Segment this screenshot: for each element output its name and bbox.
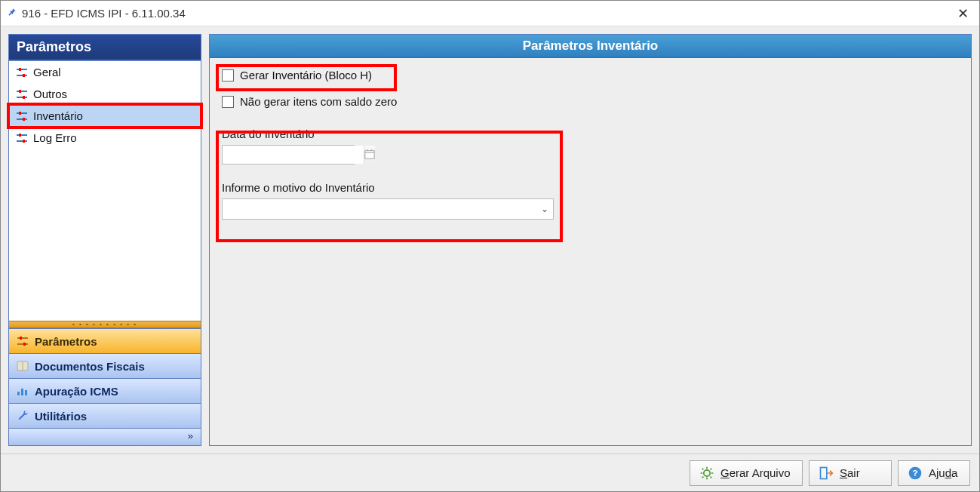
sidebar-items: Geral Outros Inventário — [9, 61, 201, 321]
date-input[interactable] — [223, 146, 364, 164]
svg-rect-13 — [19, 134, 21, 137]
generate-file-button[interactable]: Gerar Arquivo — [690, 460, 803, 486]
accordion-documentos[interactable]: Documentos Fiscais — [9, 354, 201, 379]
checkbox-gerar-inventario[interactable] — [222, 69, 234, 81]
window-title: 916 - EFD ICMS IPI - 6.11.00.34 — [22, 7, 186, 20]
sidebar-item-geral[interactable]: Geral — [9, 61, 201, 83]
button-label-text: Gerar Arquivo — [720, 466, 791, 479]
accordion-apuracao[interactable]: Apuração ICMS — [9, 379, 201, 404]
svg-rect-22 — [17, 392, 20, 395]
group-motivo-inventario: Informe o motivo do Inventário ⌄ — [222, 181, 959, 220]
content-panel: Parâmetros Inventário Gerar Inventário (… — [209, 34, 972, 446]
reason-label: Informe o motivo do Inventário — [222, 181, 959, 194]
date-input-wrapper — [222, 145, 355, 165]
button-label: Gerar Arquivo — [720, 466, 791, 479]
accordion: Parâmetros Documentos Fiscais Apuração I… — [9, 328, 201, 445]
accordion-label: Utilitários — [35, 410, 87, 423]
svg-rect-30 — [821, 467, 827, 478]
svg-rect-19 — [23, 343, 26, 346]
accordion-expand-button[interactable]: » — [9, 429, 201, 445]
book-icon — [15, 359, 30, 373]
client-area: Parâmetros Geral Outros — [1, 26, 979, 491]
svg-rect-3 — [23, 74, 25, 77]
sliders-icon — [15, 132, 29, 144]
help-button[interactable]: ? Ajuda — [898, 460, 970, 486]
chevron-down-icon: ⌄ — [541, 204, 548, 214]
titlebar: 916 - EFD ICMS IPI - 6.11.00.34 ✕ — [1, 1, 979, 26]
calendar-icon[interactable] — [364, 146, 375, 164]
gear-icon — [699, 466, 714, 481]
button-label: Sair — [840, 466, 860, 479]
svg-rect-24 — [25, 390, 27, 395]
sliders-icon — [15, 110, 29, 122]
svg-rect-17 — [20, 337, 22, 340]
sliders-icon — [15, 88, 29, 100]
checkbox-label: Gerar Inventário (Bloco H) — [240, 69, 372, 81]
exit-icon — [819, 466, 834, 481]
checkbox-label: Não gerar itens com saldo zero — [240, 95, 397, 108]
accordion-utilitarios[interactable]: Utilitários — [9, 404, 201, 429]
svg-rect-7 — [23, 96, 25, 99]
sliders-icon — [15, 334, 30, 348]
accordion-label: Documentos Fiscais — [35, 360, 145, 373]
help-icon: ? — [908, 466, 923, 481]
svg-rect-15 — [23, 140, 25, 143]
sidebar-item-label: Inventário — [33, 109, 83, 122]
svg-rect-11 — [23, 118, 25, 121]
close-icon[interactable]: ✕ — [953, 5, 973, 22]
sidebar-item-outros[interactable]: Outros — [9, 83, 201, 105]
footer: Gerar Arquivo Sair ? Ajuda — [1, 454, 979, 491]
sidebar-item-label: Log Erro — [33, 131, 77, 144]
sliders-icon — [15, 66, 29, 78]
svg-rect-5 — [19, 90, 21, 93]
svg-rect-9 — [19, 112, 21, 115]
main-area: Parâmetros Geral Outros — [1, 26, 979, 454]
button-label: Ajuda — [929, 466, 957, 479]
svg-rect-25 — [365, 151, 374, 159]
svg-text:?: ? — [912, 468, 917, 478]
sidebar: Parâmetros Geral Outros — [8, 34, 201, 446]
checkbox-nao-gerar-saldo-zero[interactable] — [222, 96, 234, 108]
content-body: Gerar Inventário (Bloco H) Não gerar ite… — [210, 58, 971, 247]
accordion-label: Parâmetros — [35, 335, 97, 348]
svg-point-29 — [704, 469, 710, 475]
date-label: Data do Inventário — [222, 128, 959, 140]
sidebar-header: Parâmetros — [9, 35, 201, 61]
sidebar-item-label: Geral — [33, 66, 61, 78]
sidebar-item-inventario[interactable]: Inventário — [9, 105, 201, 127]
wrench-icon — [15, 409, 30, 423]
sidebar-grip[interactable]: • • • • • • • • • • — [9, 321, 201, 328]
app-window: 916 - EFD ICMS IPI - 6.11.00.34 ✕ Parâme… — [0, 0, 980, 492]
accordion-label: Apuração ICMS — [35, 385, 118, 398]
sidebar-item-log-erro[interactable]: Log Erro — [9, 127, 201, 149]
accordion-parametros[interactable]: Parâmetros — [9, 329, 201, 354]
svg-rect-23 — [21, 389, 23, 395]
row-nao-gerar-saldo-zero: Não gerar itens com saldo zero — [222, 95, 959, 108]
content-title: Parâmetros Inventário — [210, 35, 971, 58]
exit-button[interactable]: Sair — [809, 460, 892, 486]
chart-icon — [15, 384, 30, 398]
pin-icon — [7, 7, 17, 20]
sidebar-item-label: Outros — [33, 88, 67, 100]
reason-select[interactable]: ⌄ — [222, 198, 554, 220]
row-gerar-inventario: Gerar Inventário (Bloco H) — [222, 69, 959, 81]
svg-rect-1 — [19, 68, 21, 71]
group-data-inventario: Data do Inventário — [222, 128, 959, 165]
